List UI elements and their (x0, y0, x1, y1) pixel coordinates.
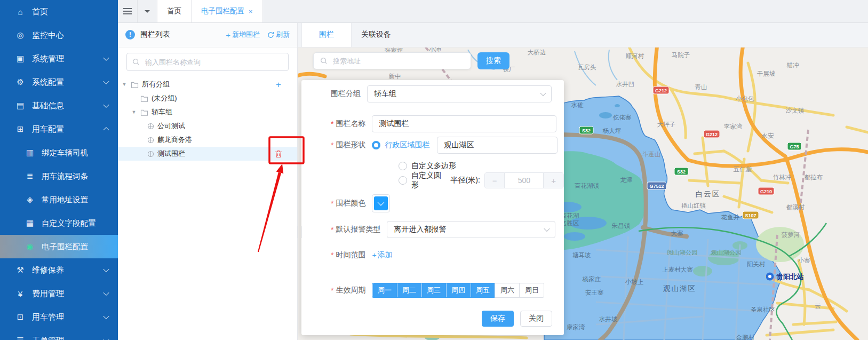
tree-row[interactable]: 麒龙商务港 (118, 133, 297, 147)
folder-icon (131, 81, 139, 88)
sidebar-flow-icon: ≣ (25, 171, 35, 181)
add-time-range-button[interactable]: + 添加 (372, 250, 392, 260)
day-button-周三[interactable]: 周三 (421, 283, 446, 298)
sidebar-item-car[interactable]: ⊞用车配置 (0, 117, 118, 141)
fence-search-input[interactable] (144, 58, 283, 67)
day-button-周二[interactable]: 周二 (396, 283, 421, 298)
map-label: 康家湾 (567, 324, 585, 330)
stepper-minus-button[interactable]: − (485, 173, 505, 188)
caret-icon[interactable]: ▼ (131, 109, 137, 115)
folder-icon (140, 109, 148, 116)
address-search-input[interactable] (332, 57, 464, 66)
radio-polygon[interactable] (399, 162, 407, 170)
caret-icon[interactable]: ▼ (121, 82, 128, 87)
stepper-plus-button[interactable]: + (544, 173, 563, 188)
sidebar-item-address[interactable]: ◈常用地址设置 (0, 188, 118, 211)
radius-stepper: − 500 + (484, 172, 564, 188)
sidebar-item-vehicle[interactable]: ⊡用车管理 (0, 305, 118, 329)
sidebar-item-gear[interactable]: ⚙系统配置 (0, 70, 118, 94)
required-mark: * (331, 286, 333, 295)
sidebar-menu: ⌂首页◎监控中心▣系统管理⚙系统配置▤基础信息⊞用车配置▥绑定车辆司机≣用车流程… (0, 0, 118, 340)
tree-row[interactable]: ▼轿车组 (118, 105, 297, 119)
search-icon (320, 57, 328, 65)
map-label: 斗蓬山 (642, 151, 661, 157)
color-picker-button[interactable] (372, 194, 390, 212)
close-button[interactable]: 关闭 (520, 311, 552, 327)
detail-tab-围栏[interactable]: 围栏 (301, 22, 352, 47)
map-label: 顺河村 (626, 53, 644, 59)
sidebar-item-bind[interactable]: ▥绑定车辆司机 (0, 141, 118, 164)
top-tab-bar: 首页电子围栏配置× (118, 0, 868, 23)
address-search-button[interactable]: 搜索 (477, 52, 509, 69)
sidebar-item-flow[interactable]: ≣用车流程词条 (0, 164, 118, 188)
tree-row[interactable]: (未分组) (118, 91, 297, 105)
tab-close-icon[interactable]: × (249, 7, 253, 15)
radio-admin-region-label[interactable]: 行政区域围栏 (385, 140, 429, 150)
sidebar-cost-icon: ¥ (15, 289, 26, 298)
alarm-value: 离开进入都报警 (394, 225, 446, 234)
sidebar-item-system[interactable]: ▣系统管理 (0, 47, 118, 70)
sidebar-item-monitor[interactable]: ◎监控中心 (0, 23, 118, 47)
map-label: 马院子 (672, 52, 690, 58)
panel-splitter[interactable] (298, 226, 301, 238)
shape-label: 围栏形状 (336, 140, 365, 150)
sidebar-item-label: 工单管理 (32, 336, 64, 340)
sidebar-item-field[interactable]: ▦自定义字段配置 (0, 211, 118, 235)
svg-text:G210: G210 (760, 189, 772, 194)
day-button-周四[interactable]: 周四 (445, 283, 471, 298)
sidebar-item-repair[interactable]: ⚒维修保养 (0, 258, 118, 282)
fence-name-input[interactable] (372, 115, 556, 132)
sidebar-item-cost[interactable]: ¥费用管理 (0, 282, 118, 305)
tree-node-label: 所有分组 (142, 80, 170, 89)
refresh-label: 刷新 (276, 30, 290, 39)
sidebar-item-label: 基础信息 (32, 101, 64, 111)
tree-node-label: (未分组) (152, 93, 177, 103)
collapse-sidebar-button[interactable] (118, 0, 138, 22)
chevron-down-icon (540, 90, 546, 96)
group-select[interactable]: 轿车组 (367, 85, 552, 102)
save-button[interactable]: 保存 (482, 311, 514, 327)
tab-list-dropdown-button[interactable] (138, 0, 157, 22)
sidebar-item-order[interactable]: ☰工单管理 (0, 329, 118, 340)
detail-tab-关联设备[interactable]: 关联设备 (352, 22, 401, 47)
open-tabs: 首页电子围栏配置× (157, 0, 263, 22)
radio-circle-label[interactable]: 自定义圆形 (411, 171, 443, 190)
radius-value[interactable]: 500 (504, 173, 544, 188)
add-fence-button[interactable]: + 新增围栏 (226, 30, 260, 39)
sidebar-item-info[interactable]: ▤基础信息 (0, 94, 118, 117)
address-search-box (313, 52, 471, 69)
fence-node-icon (147, 151, 154, 157)
chevron-up-icon (103, 127, 109, 133)
sidebar-item-label: 绑定车辆司机 (42, 148, 88, 158)
day-button-周六[interactable]: 周六 (495, 283, 520, 298)
tab-电子围栏配置[interactable]: 电子围栏配置× (192, 0, 263, 22)
sidebar-item-home[interactable]: ⌂首页 (0, 0, 118, 23)
map-label: 大桥边 (528, 49, 546, 56)
sidebar-item-label: 常用地址设置 (42, 195, 88, 205)
radio-admin-region[interactable] (372, 141, 380, 149)
refresh-button[interactable]: 刷新 (267, 30, 290, 39)
add-group-icon[interactable]: + (276, 80, 281, 89)
admin-region-input[interactable] (437, 137, 558, 154)
sidebar-item-label: 系统管理 (32, 54, 64, 64)
day-button-周一[interactable]: 周一 (372, 283, 397, 298)
day-button-周五[interactable]: 周五 (470, 283, 495, 298)
map-label: 瓦房头 (578, 64, 596, 70)
delete-fence-icon[interactable] (275, 150, 282, 158)
radio-polygon-label[interactable]: 自定义多边形 (411, 161, 456, 171)
tab-label: 电子围栏配置 (201, 6, 244, 16)
tree-row[interactable]: ▼所有分组+ (118, 77, 297, 91)
fence-node-icon (147, 123, 154, 130)
tab-首页[interactable]: 首页 (157, 0, 192, 22)
form-row-time: * 时间范围 + 添加 (331, 250, 393, 260)
day-button-周日[interactable]: 周日 (519, 283, 544, 298)
sidebar-item-fence[interactable]: ◉电子围栏配置 (0, 235, 118, 258)
sidebar-home-icon: ⌂ (15, 7, 26, 17)
alarm-type-select[interactable]: 离开进入都报警 (387, 221, 555, 238)
tree-row[interactable]: 测试围栏 (118, 147, 297, 161)
tab-label: 首页 (167, 6, 181, 16)
tree-row[interactable]: 公司测试 (118, 119, 297, 133)
radio-circle[interactable] (399, 176, 407, 185)
tree-node-label: 麒龙商务港 (157, 135, 192, 145)
map-label: 大坪子 (657, 121, 676, 128)
